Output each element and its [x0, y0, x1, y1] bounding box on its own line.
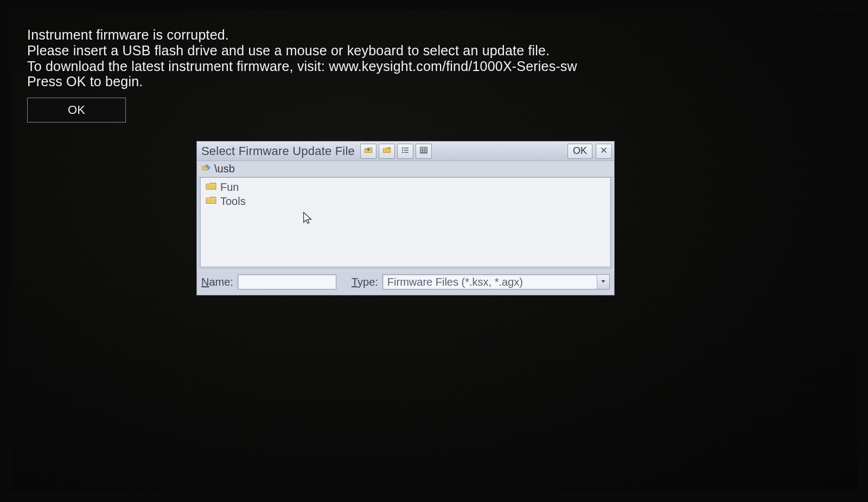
close-icon: [600, 146, 608, 156]
dialog-bottom-bar: Name: Type: Firmware Files (*.ksx, *.agx…: [197, 271, 614, 295]
list-item[interactable]: Fun: [205, 180, 606, 194]
ok-button[interactable]: OK: [27, 98, 126, 123]
svg-rect-4: [402, 147, 403, 148]
dialog-ok-button[interactable]: OK: [567, 144, 592, 159]
dialog-close-button[interactable]: [596, 144, 612, 159]
path-bar: \usb: [197, 161, 614, 177]
svg-rect-8: [404, 150, 409, 151]
current-path: \usb: [214, 163, 235, 175]
message-line-3: To download the latest instrument firmwa…: [27, 59, 577, 74]
list-item[interactable]: Tools: [205, 194, 606, 208]
drive-icon: [201, 163, 211, 175]
type-select-value: Firmware Files (*.ksx, *.agx): [387, 276, 523, 288]
view-details-icon: [419, 145, 429, 157]
ok-button-label: OK: [68, 103, 85, 117]
svg-rect-5: [402, 149, 403, 150]
type-label: Type:: [352, 276, 378, 288]
svg-rect-9: [404, 152, 409, 153]
view-list-button[interactable]: [397, 144, 413, 159]
chevron-down-icon: [600, 277, 607, 287]
up-folder-icon: [363, 145, 373, 157]
dialog-titlebar: Select Firmware Update File: [197, 141, 614, 161]
list-item-label: Fun: [220, 181, 239, 194]
svg-rect-7: [404, 147, 409, 149]
type-select[interactable]: Firmware Files (*.ksx, *.agx): [382, 274, 610, 289]
type-dropdown-button[interactable]: [597, 274, 610, 289]
dialog-ok-label: OK: [573, 145, 587, 157]
view-list-icon: [400, 145, 410, 157]
file-dialog: Select Firmware Update File: [196, 141, 615, 295]
name-label: Name:: [201, 276, 233, 288]
message-line-2: Please insert a USB flash drive and use …: [27, 43, 577, 59]
svg-rect-6: [402, 152, 403, 153]
new-folder-icon: [382, 145, 392, 157]
message-line-4: Press OK to begin.: [27, 74, 577, 89]
mouse-cursor-icon: [302, 211, 314, 227]
view-details-button[interactable]: [416, 144, 432, 159]
message-line-1: Instrument firmware is corrupted.: [27, 27, 577, 43]
new-folder-button[interactable]: [379, 144, 395, 159]
name-input[interactable]: [238, 274, 336, 289]
dialog-title: Select Firmware Update File: [201, 144, 355, 158]
up-folder-button[interactable]: [360, 144, 376, 159]
file-list[interactable]: Fun Tools: [200, 177, 611, 267]
firmware-message: Instrument firmware is corrupted. Please…: [27, 27, 577, 89]
list-item-label: Tools: [220, 195, 246, 208]
folder-icon: [205, 195, 217, 207]
folder-icon: [205, 181, 217, 193]
